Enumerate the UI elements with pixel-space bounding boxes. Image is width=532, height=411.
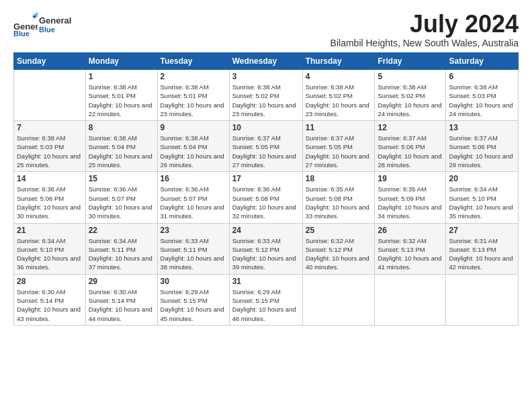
day-info: Sunrise: 6:38 AMSunset: 5:04 PMDaylight:…	[161, 134, 226, 169]
calendar-cell-w5-d5	[375, 274, 446, 325]
calendar-cell-w2-d4: 11 Sunrise: 6:37 AMSunset: 5:05 PMDaylig…	[302, 121, 375, 172]
day-info: Sunrise: 6:31 AMSunset: 5:13 PMDaylight:…	[449, 236, 515, 272]
day-info: Sunrise: 6:35 AMSunset: 5:08 PMDaylight:…	[306, 185, 372, 220]
calendar-cell-w3-d3: 17 Sunrise: 6:36 AMSunset: 5:08 PMDaylig…	[229, 172, 302, 223]
day-info: Sunrise: 6:38 AMSunset: 5:01 PMDaylight:…	[89, 83, 154, 118]
day-info: Sunrise: 6:38 AMSunset: 5:03 PMDaylight:…	[449, 83, 515, 118]
day-number: 31	[232, 277, 300, 286]
logo-line1: General	[39, 15, 71, 26]
day-number: 23	[161, 226, 226, 235]
day-number: 8	[89, 123, 154, 132]
header-thursday: Thursday	[302, 53, 375, 70]
calendar-cell-w4-d4: 25 Sunrise: 6:32 AMSunset: 5:12 PMDaylig…	[302, 223, 375, 274]
page: General Blue General Blue July 2024 Bila…	[0, 0, 532, 332]
logo-line2: Blue	[39, 26, 71, 34]
week-row-4: 21 Sunrise: 6:34 AMSunset: 5:10 PMDaylig…	[14, 223, 519, 274]
day-info: Sunrise: 6:38 AMSunset: 5:02 PMDaylight:…	[232, 83, 300, 118]
week-row-2: 7 Sunrise: 6:38 AMSunset: 5:03 PMDayligh…	[14, 121, 519, 172]
day-info: Sunrise: 6:36 AMSunset: 5:08 PMDaylight:…	[232, 185, 300, 220]
day-number: 15	[89, 174, 154, 183]
calendar-cell-w5-d2: 30 Sunrise: 6:29 AMSunset: 5:15 PMDaylig…	[157, 274, 229, 325]
month-year-title: July 2024	[330, 12, 519, 36]
calendar-cell-w2-d2: 9 Sunrise: 6:38 AMSunset: 5:04 PMDayligh…	[157, 121, 229, 172]
day-info: Sunrise: 6:30 AMSunset: 5:14 PMDaylight:…	[17, 287, 83, 323]
calendar-cell-w4-d6: 27 Sunrise: 6:31 AMSunset: 5:13 PMDaylig…	[446, 223, 519, 274]
day-number: 10	[232, 123, 300, 132]
calendar-cell-w3-d1: 15 Sunrise: 6:36 AMSunset: 5:07 PMDaylig…	[85, 172, 157, 223]
day-number: 20	[449, 174, 515, 183]
day-info: Sunrise: 6:37 AMSunset: 5:05 PMDaylight:…	[232, 134, 300, 169]
day-number: 12	[378, 123, 443, 132]
day-info: Sunrise: 6:35 AMSunset: 5:09 PMDaylight:…	[378, 185, 443, 220]
svg-text:Blue: Blue	[13, 30, 30, 36]
title-area: July 2024 Bilambil Heights, New South Wa…	[330, 12, 519, 48]
day-info: Sunrise: 6:38 AMSunset: 5:04 PMDaylight:…	[89, 134, 154, 169]
calendar-cell-w5-d3: 31 Sunrise: 6:29 AMSunset: 5:15 PMDaylig…	[229, 274, 302, 325]
day-number: 2	[161, 72, 226, 81]
calendar-cell-w4-d2: 23 Sunrise: 6:33 AMSunset: 5:11 PMDaylig…	[157, 223, 229, 274]
header-saturday: Saturday	[446, 53, 519, 70]
calendar-table: Sunday Monday Tuesday Wednesday Thursday…	[13, 52, 519, 326]
calendar-cell-w1-d3: 3 Sunrise: 6:38 AMSunset: 5:02 PMDayligh…	[229, 70, 302, 121]
day-number: 26	[378, 226, 443, 235]
calendar-cell-w3-d2: 16 Sunrise: 6:36 AMSunset: 5:07 PMDaylig…	[157, 172, 229, 223]
calendar-cell-w2-d3: 10 Sunrise: 6:37 AMSunset: 5:05 PMDaylig…	[229, 121, 302, 172]
location-subtitle: Bilambil Heights, New South Wales, Austr…	[330, 38, 519, 48]
day-info: Sunrise: 6:33 AMSunset: 5:12 PMDaylight:…	[232, 236, 300, 272]
week-row-3: 14 Sunrise: 6:36 AMSunset: 5:06 PMDaylig…	[14, 172, 519, 223]
day-number: 16	[161, 174, 226, 183]
day-info: Sunrise: 6:38 AMSunset: 5:01 PMDaylight:…	[161, 83, 226, 118]
day-info: Sunrise: 6:34 AMSunset: 5:10 PMDaylight:…	[449, 185, 515, 220]
calendar-cell-w1-d2: 2 Sunrise: 6:38 AMSunset: 5:01 PMDayligh…	[157, 70, 229, 121]
day-info: Sunrise: 6:38 AMSunset: 5:03 PMDaylight:…	[17, 134, 83, 169]
day-info: Sunrise: 6:33 AMSunset: 5:11 PMDaylight:…	[161, 236, 226, 272]
calendar-cell-w4-d0: 21 Sunrise: 6:34 AMSunset: 5:10 PMDaylig…	[14, 223, 86, 274]
calendar-cell-w1-d4: 4 Sunrise: 6:38 AMSunset: 5:02 PMDayligh…	[302, 70, 375, 121]
week-row-5: 28 Sunrise: 6:30 AMSunset: 5:14 PMDaylig…	[14, 274, 519, 325]
calendar-cell-w4-d5: 26 Sunrise: 6:32 AMSunset: 5:13 PMDaylig…	[375, 223, 446, 274]
calendar-cell-w5-d0: 28 Sunrise: 6:30 AMSunset: 5:14 PMDaylig…	[14, 274, 86, 325]
header-wednesday: Wednesday	[229, 53, 302, 70]
calendar-cell-w3-d0: 14 Sunrise: 6:36 AMSunset: 5:06 PMDaylig…	[14, 172, 86, 223]
day-info: Sunrise: 6:32 AMSunset: 5:13 PMDaylight:…	[378, 236, 443, 272]
day-number: 1	[89, 72, 154, 81]
day-number: 19	[378, 174, 443, 183]
day-number: 6	[449, 72, 515, 81]
calendar-cell-w3-d4: 18 Sunrise: 6:35 AMSunset: 5:08 PMDaylig…	[302, 172, 375, 223]
day-number: 29	[89, 277, 154, 286]
calendar-cell-w2-d1: 8 Sunrise: 6:38 AMSunset: 5:04 PMDayligh…	[85, 121, 157, 172]
logo: General Blue General Blue	[13, 12, 71, 36]
calendar-cell-w1-d6: 6 Sunrise: 6:38 AMSunset: 5:03 PMDayligh…	[446, 70, 519, 121]
day-header-row: Sunday Monday Tuesday Wednesday Thursday…	[14, 53, 519, 70]
day-number: 17	[232, 174, 300, 183]
day-info: Sunrise: 6:32 AMSunset: 5:12 PMDaylight:…	[306, 236, 372, 272]
day-number: 30	[161, 277, 226, 286]
calendar-cell-w2-d5: 12 Sunrise: 6:37 AMSunset: 5:06 PMDaylig…	[375, 121, 446, 172]
day-number: 24	[232, 226, 300, 235]
calendar-cell-w1-d5: 5 Sunrise: 6:38 AMSunset: 5:02 PMDayligh…	[375, 70, 446, 121]
day-number: 27	[449, 226, 515, 235]
day-number: 25	[306, 226, 372, 235]
day-info: Sunrise: 6:34 AMSunset: 5:10 PMDaylight:…	[17, 236, 83, 272]
calendar-cell-w3-d5: 19 Sunrise: 6:35 AMSunset: 5:09 PMDaylig…	[375, 172, 446, 223]
header-friday: Friday	[375, 53, 446, 70]
logo-icon: General Blue	[13, 12, 38, 36]
day-info: Sunrise: 6:38 AMSunset: 5:02 PMDaylight:…	[306, 83, 372, 118]
day-info: Sunrise: 6:36 AMSunset: 5:06 PMDaylight:…	[17, 185, 83, 220]
calendar-cell-w2-d6: 13 Sunrise: 6:37 AMSunset: 5:06 PMDaylig…	[446, 121, 519, 172]
calendar-cell-w1-d1: 1 Sunrise: 6:38 AMSunset: 5:01 PMDayligh…	[85, 70, 157, 121]
day-number: 18	[306, 174, 372, 183]
day-number: 22	[89, 226, 154, 235]
calendar-cell-w5-d1: 29 Sunrise: 6:30 AMSunset: 5:14 PMDaylig…	[85, 274, 157, 325]
day-number: 7	[17, 123, 83, 132]
day-number: 3	[232, 72, 300, 81]
day-info: Sunrise: 6:37 AMSunset: 5:06 PMDaylight:…	[378, 134, 443, 169]
day-number: 11	[306, 123, 372, 132]
day-info: Sunrise: 6:38 AMSunset: 5:02 PMDaylight:…	[378, 83, 443, 118]
day-info: Sunrise: 6:36 AMSunset: 5:07 PMDaylight:…	[161, 185, 226, 220]
header: General Blue General Blue July 2024 Bila…	[13, 12, 519, 48]
calendar-cell-w2-d0: 7 Sunrise: 6:38 AMSunset: 5:03 PMDayligh…	[14, 121, 86, 172]
calendar-cell-w3-d6: 20 Sunrise: 6:34 AMSunset: 5:10 PMDaylig…	[446, 172, 519, 223]
calendar-cell-w4-d1: 22 Sunrise: 6:34 AMSunset: 5:11 PMDaylig…	[85, 223, 157, 274]
day-info: Sunrise: 6:29 AMSunset: 5:15 PMDaylight:…	[232, 287, 300, 323]
